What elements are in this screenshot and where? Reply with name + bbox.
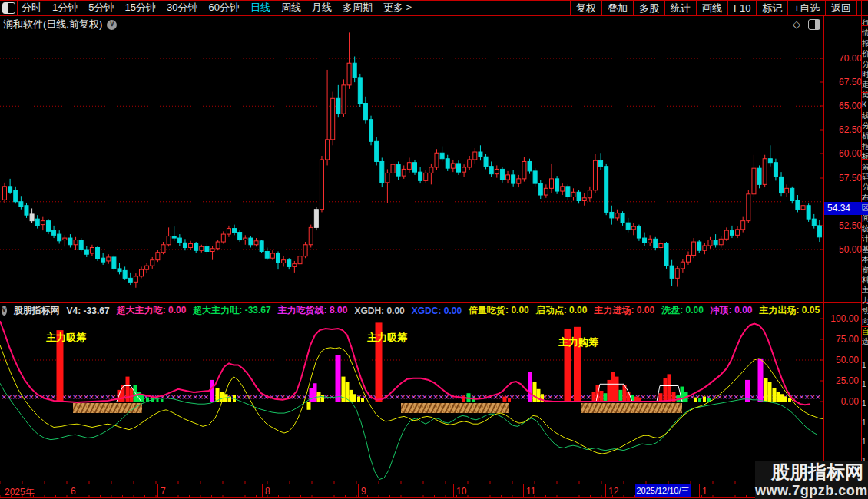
top-toolbar: 分时1分钟5分钟15分钟30分钟60分钟日线周线月线多周期更多 > 复权叠加多股… bbox=[0, 0, 868, 15]
strip-glyph: 本 bbox=[862, 255, 868, 263]
period-item-5分钟[interactable]: 5分钟 bbox=[88, 1, 114, 15]
toolbar-button-画线[interactable]: 画线 bbox=[696, 0, 727, 15]
price-axis-label: 50.00 bbox=[827, 244, 862, 255]
indicator-collapse-icon[interactable]: ∨ bbox=[2, 306, 7, 316]
strip-glyph: 价 bbox=[862, 49, 868, 58]
strip-glyph: 布 bbox=[862, 193, 868, 202]
period-item-月线[interactable]: 月线 bbox=[312, 1, 332, 15]
strip-glyph: 分 bbox=[862, 121, 868, 130]
strip-digit: 1 bbox=[862, 380, 868, 388]
strip-glyph: 时 bbox=[862, 70, 868, 78]
indicator-value: XGDC: 0.00 bbox=[412, 306, 462, 316]
strip-glyph: 分 bbox=[862, 60, 868, 68]
strip-glyph: 区 bbox=[862, 203, 868, 212]
strip-glyph: 动 bbox=[862, 306, 868, 315]
strip-glyph: 计 bbox=[862, 234, 868, 243]
indicator-value: 启动点: 0.00 bbox=[536, 305, 588, 316]
watermark-url: www.7gpzb.com bbox=[755, 483, 863, 498]
indicator-value: 超大主力吃: 0.00 bbox=[117, 305, 187, 316]
chevron-down-icon[interactable]: ∨ bbox=[107, 20, 117, 30]
strip-separator bbox=[862, 326, 868, 327]
time-axis-label: 8 bbox=[265, 486, 270, 497]
indicator-axis-label: 50.00 bbox=[825, 355, 859, 365]
toolbar-button-+自选[interactable]: +自选 bbox=[787, 0, 825, 15]
toolbar-button-标记[interactable]: 标记 bbox=[756, 0, 787, 15]
window-split-icon bbox=[2, 2, 15, 14]
toolbar-button-多股[interactable]: 多股 bbox=[633, 0, 664, 15]
indicator-value: 超大主力吐: -33.67 bbox=[193, 305, 270, 316]
chart-corner-icons: ◇ bbox=[793, 18, 820, 30]
strip-separator bbox=[862, 92, 868, 93]
strip-glyph: 料 bbox=[862, 276, 868, 284]
diamond-icon[interactable]: ◇ bbox=[793, 18, 800, 30]
period-item-60分钟[interactable]: 60分钟 bbox=[208, 1, 239, 15]
price-axis-label: 52.50 bbox=[827, 220, 862, 231]
strip-glyph: 指 bbox=[862, 142, 868, 150]
strip-glyph: 线 bbox=[862, 111, 868, 120]
indicator-value: 股朋指标网 bbox=[14, 305, 60, 316]
chart-canvas: ××××××××××××××××××××××××××××××××××××××××… bbox=[0, 0, 868, 499]
strip-glyph: 选 bbox=[862, 337, 868, 345]
strip-glyph: 报 bbox=[862, 39, 868, 48]
strip-separator bbox=[862, 352, 868, 352]
strip-glyph: 主 bbox=[862, 286, 868, 294]
pane-layout-icon[interactable] bbox=[808, 19, 820, 30]
strip-glyph: K bbox=[862, 101, 868, 109]
indicator-header: ∨股朋指标网V4: -33.67超大主力吃: 0.00超大主力吐: -33.67… bbox=[2, 305, 822, 316]
indicator-value: 倍量吃货: 0.00 bbox=[469, 305, 529, 316]
period-item-日线[interactable]: 日线 bbox=[250, 1, 270, 15]
watermark: 股朋指标网 www.7gpzb.com bbox=[755, 461, 868, 499]
period-item-30分钟[interactable]: 30分钟 bbox=[167, 1, 197, 15]
time-axis-label: 10 bbox=[456, 486, 466, 497]
period-menu: 分时1分钟5分钟15分钟30分钟60分钟日线周线月线多周期更多 > bbox=[22, 0, 412, 15]
indicator-value: 主力进场: 0.00 bbox=[594, 305, 654, 316]
action-buttons: 复权叠加多股统计画线F10标记+自选返回 bbox=[570, 0, 857, 15]
strip-glyph: 码 bbox=[862, 173, 868, 181]
signal-label: 主力购筹 bbox=[558, 335, 598, 349]
time-axis-label: 6 bbox=[71, 486, 76, 497]
strip-digit: 1 bbox=[862, 438, 868, 446]
time-axis-label: 1 bbox=[702, 486, 707, 497]
toolbar-button-统计[interactable]: 统计 bbox=[664, 0, 696, 15]
indicator-value: 洗盘: 0.00 bbox=[661, 305, 704, 316]
watermark-site-name: 股朋指标网 bbox=[755, 461, 863, 483]
period-item-周线[interactable]: 周线 bbox=[281, 1, 301, 15]
indicator-value: V4: -33.67 bbox=[67, 306, 110, 316]
strip-glyph: 向 bbox=[862, 317, 868, 326]
period-item-多周期[interactable]: 多周期 bbox=[343, 1, 373, 15]
strip-glyph: 筹 bbox=[862, 163, 868, 171]
toolbar-button-返回[interactable]: 返回 bbox=[825, 0, 857, 15]
window-layout-cell[interactable] bbox=[0, 0, 18, 15]
indicator-value: XGDH: 0.00 bbox=[354, 306, 404, 316]
period-item-1分钟[interactable]: 1分钟 bbox=[52, 1, 78, 15]
strip-glyph: 分 bbox=[862, 183, 868, 191]
indicator-axis-label: 25.00 bbox=[825, 375, 859, 386]
right-sidebar-strip[interactable]: 行情报价分时走势K线分析指标筹码分布区间统计基本资料主力动向自选1111111 bbox=[862, 0, 868, 499]
toolbar-button-复权[interactable]: 复权 bbox=[570, 0, 601, 15]
toolbar-button-叠加[interactable]: 叠加 bbox=[601, 0, 633, 15]
strip-separator bbox=[862, 292, 868, 292]
time-axis-label: 9 bbox=[361, 486, 366, 497]
period-item-分时[interactable]: 分时 bbox=[22, 1, 41, 15]
indicator-value: 主力吃货线: 8.00 bbox=[278, 305, 348, 316]
signal-label: 主力吸筹 bbox=[46, 331, 86, 345]
indicator-axis-label: 75.00 bbox=[825, 334, 859, 345]
period-item-更多 >[interactable]: 更多 > bbox=[383, 1, 412, 15]
strip-glyph: 情 bbox=[862, 28, 868, 37]
strip-glyph: 间 bbox=[862, 214, 868, 223]
strip-glyph: 自 bbox=[862, 327, 868, 335]
time-axis-label: 7 bbox=[161, 486, 166, 497]
price-axis-label: 65.00 bbox=[827, 101, 862, 111]
strip-glyph: 走 bbox=[862, 80, 868, 88]
strip-glyph: 资 bbox=[862, 266, 868, 274]
time-axis-label: 11 bbox=[526, 486, 535, 497]
indicator-value: 冲顶: 0.00 bbox=[711, 305, 753, 316]
price-axis-label: 62.50 bbox=[827, 124, 862, 135]
strip-digit: 1 bbox=[862, 361, 868, 369]
toolbar-button-F10[interactable]: F10 bbox=[727, 0, 756, 15]
strip-glyph: 析 bbox=[862, 131, 868, 140]
app-window: ××××××××××××××××××××××××××××××××××××××××… bbox=[0, 0, 868, 499]
price-axis-label: 60.00 bbox=[827, 148, 862, 159]
stock-title: 润和软件(日线.前复权) bbox=[3, 18, 102, 31]
period-item-15分钟[interactable]: 15分钟 bbox=[124, 1, 155, 15]
